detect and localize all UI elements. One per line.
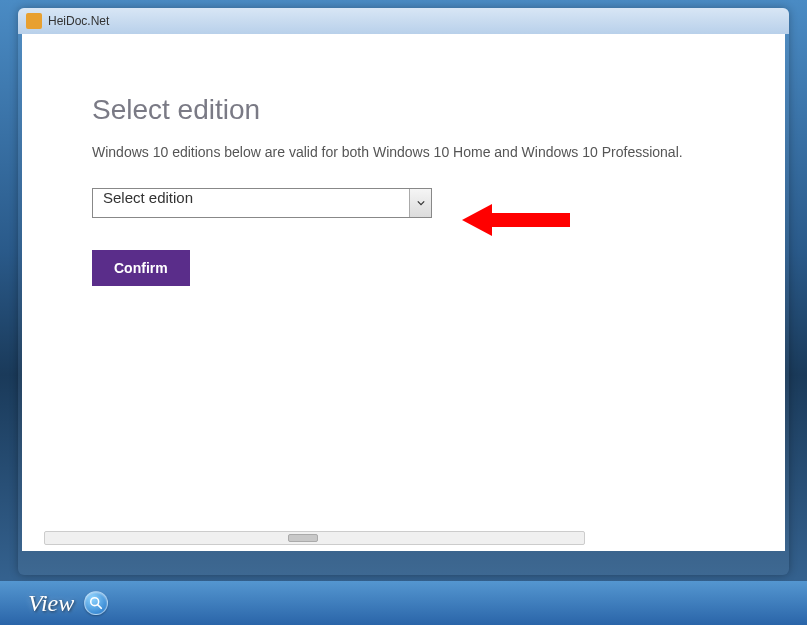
page-heading: Select edition [92,94,715,126]
horizontal-scrollbar[interactable] [44,531,585,545]
edition-select[interactable]: Select edition [92,188,432,218]
page-description: Windows 10 editions below are valid for … [92,144,715,160]
main-content: Select edition Windows 10 editions below… [22,34,785,316]
titlebar[interactable]: HeiDoc.Net [18,8,789,34]
content-area: Select edition Windows 10 editions below… [22,34,785,551]
edition-select-wrap: Select edition [92,188,432,218]
view-label: View [28,590,74,617]
scrollbar-thumb[interactable] [288,534,318,542]
search-icon [89,596,103,610]
confirm-button[interactable]: Confirm [92,250,190,286]
app-window: HeiDoc.Net Select edition Windows 10 edi… [18,8,789,575]
svg-line-2 [98,605,102,609]
bottom-bar: View [0,581,807,625]
magnify-button[interactable] [84,591,108,615]
app-icon [26,13,42,29]
window-title: HeiDoc.Net [48,14,109,28]
